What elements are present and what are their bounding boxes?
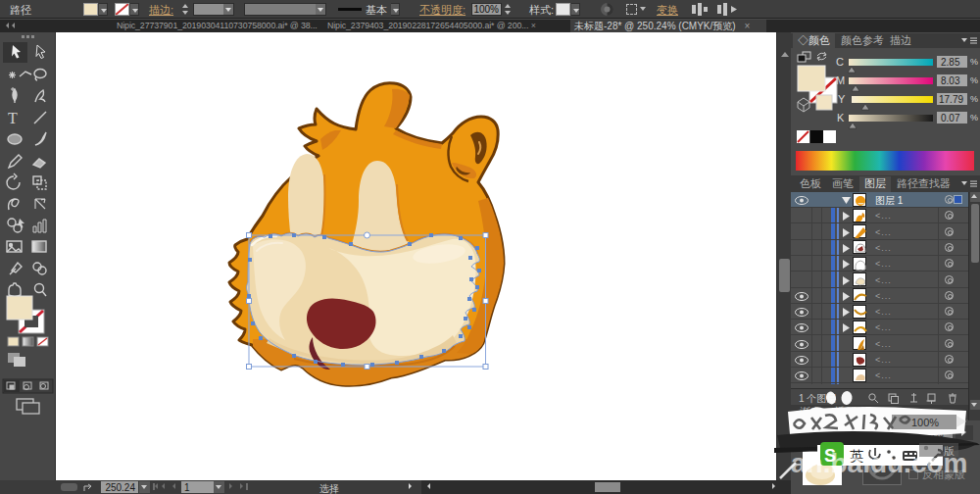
svg-text:K: K — [837, 112, 845, 124]
svg-text:%: % — [970, 57, 978, 67]
svg-text:%: % — [970, 94, 978, 104]
svg-text:T: T — [8, 110, 18, 126]
svg-text:8.03: 8.03 — [941, 75, 960, 86]
svg-text:%: % — [970, 75, 978, 85]
svg-text:17.79: 17.79 — [939, 94, 963, 105]
svg-text:M: M — [836, 74, 845, 86]
svg-text:2.85: 2.85 — [941, 57, 960, 68]
svg-text:0.07: 0.07 — [941, 113, 960, 124]
svg-text:%: % — [970, 113, 978, 123]
svg-text:C: C — [836, 56, 844, 68]
svg-text:Y: Y — [838, 93, 846, 105]
